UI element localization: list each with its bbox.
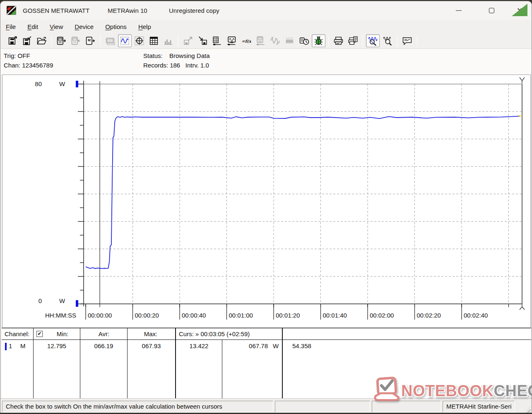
x-tick-label: 00:02:00 xyxy=(370,312,394,319)
device-read-button[interactable]: 321 xyxy=(55,34,68,47)
toolbar-separator xyxy=(100,35,101,46)
maximize-button[interactable] xyxy=(482,3,501,18)
svg-text:M: M xyxy=(88,38,91,42)
device-write-icon: 321 xyxy=(71,36,81,46)
x-tick-label: 00:00:40 xyxy=(182,312,206,319)
open-file-icon xyxy=(36,36,47,46)
title-app-name: GOSSEN METRAWATT xyxy=(23,1,89,20)
xy-chart-button[interactable] xyxy=(132,34,146,47)
monitor-config-button[interactable] xyxy=(225,34,238,47)
cell-max: 067.93 xyxy=(128,342,175,349)
power-chart[interactable] xyxy=(2,75,530,327)
import-data-button[interactable] xyxy=(196,34,209,47)
status-value: Browsing Data xyxy=(169,52,210,59)
analog-wave-icon xyxy=(270,36,280,46)
x-tick-label: 00:01:00 xyxy=(229,312,253,319)
svg-text:1257: 1257 xyxy=(107,39,113,42)
time-sync-button[interactable] xyxy=(297,34,311,47)
notebookcheck-watermark: NOTEBOOK CHECK xyxy=(371,376,532,405)
x-tick-label: 00:02:40 xyxy=(464,312,488,319)
svg-text:321: 321 xyxy=(258,38,262,40)
menu-help[interactable]: Help xyxy=(135,22,155,32)
burst-wave-icon xyxy=(284,36,295,46)
device-config-button: 321 xyxy=(254,34,267,47)
numeric-display-button: 1257 xyxy=(104,34,117,47)
y-axis-unit-top: W xyxy=(59,80,65,87)
status-message: Check the box to switch On the min/avr/m… xyxy=(2,401,273,412)
channel-marker-bottom xyxy=(76,300,78,307)
yt-chart-button[interactable] xyxy=(118,34,132,47)
zoom-mode-button[interactable] xyxy=(366,34,380,47)
hint-note-button[interactable] xyxy=(400,34,414,47)
x-tick-label: 00:00:00 xyxy=(88,312,112,319)
menu-options[interactable]: Options xyxy=(101,22,130,32)
open-file-button[interactable] xyxy=(35,34,48,47)
data-table-button[interactable] xyxy=(147,34,161,47)
col-header-max: Max: xyxy=(127,330,174,337)
toolbar: 321321M1257=f(x)321 xyxy=(0,33,532,49)
col-header-avr: Avr: xyxy=(81,330,127,337)
trace-end-marker xyxy=(519,115,521,117)
formula-fx-button[interactable]: =f(x) xyxy=(239,34,253,47)
resize-grip[interactable] xyxy=(524,407,531,413)
app-logo-icon xyxy=(6,5,17,15)
y-axis-max-label: 80 xyxy=(25,80,42,87)
data-table-icon xyxy=(149,36,159,46)
status-label: Status: xyxy=(143,52,163,59)
x-tick-label: 00:01:40 xyxy=(323,312,347,319)
debug-bug-button[interactable] xyxy=(312,34,325,47)
watermark-text-secondary: CHECK xyxy=(494,376,532,405)
x-tick-label: 00:00:20 xyxy=(135,312,159,319)
cell-min: 12.795 xyxy=(34,342,80,349)
print-button[interactable] xyxy=(332,34,345,47)
acquisition-info-panel: Trig: OFF Chan: 123456789 Status: Browsi… xyxy=(0,49,532,75)
toolbar-separator xyxy=(328,35,329,46)
svg-text:321: 321 xyxy=(73,38,77,40)
device-send-button[interactable]: M xyxy=(84,34,97,47)
menu-file[interactable]: File xyxy=(2,22,19,32)
save-file-button[interactable] xyxy=(6,34,19,47)
svg-text:=f(x): =f(x) xyxy=(242,39,251,43)
toolbar-separator xyxy=(397,35,397,46)
cell-avr: 066.19 xyxy=(80,342,127,349)
y-axis-min-label: 0 xyxy=(25,297,42,304)
title-bar[interactable]: GOSSEN METRAWATT METRAwin 10 Unregistere… xyxy=(0,1,532,20)
status-segment-empty xyxy=(275,401,370,412)
device-read-icon: 321 xyxy=(56,36,67,46)
watermark-text-primary: NOTEBOOK xyxy=(401,376,494,405)
channel-config-button[interactable] xyxy=(210,34,224,47)
device-config-icon: 321 xyxy=(255,36,266,46)
export-data-icon xyxy=(183,36,193,46)
minimize-button[interactable] xyxy=(449,3,468,18)
metrawatt-corner-triangle xyxy=(512,4,527,16)
table-divider xyxy=(33,328,34,398)
device-write-button: 321 xyxy=(69,34,83,47)
table-divider xyxy=(80,328,80,398)
minimize-icon xyxy=(456,10,462,11)
toolbar-separator xyxy=(51,35,52,46)
cell-channel-number: 1 xyxy=(9,342,12,349)
zoom-out-button[interactable] xyxy=(380,34,394,47)
col-header-channel: Channel: xyxy=(5,330,29,337)
x-tick-label: 00:02:20 xyxy=(417,312,441,319)
trigger-status: Trig: OFF xyxy=(4,52,30,59)
col-header-min: Min: xyxy=(45,330,80,337)
toolbar-separator xyxy=(178,35,178,46)
yt-chart-icon xyxy=(120,36,130,46)
save-as-button[interactable] xyxy=(20,34,34,47)
cell-cursor-b-unit: W xyxy=(273,342,279,349)
menu-device[interactable]: Device xyxy=(71,22,97,32)
formula-fx-icon: =f(x) xyxy=(241,36,251,46)
minmax-checkbox[interactable]: ✔ xyxy=(36,331,43,337)
cell-channel-mode: M xyxy=(20,342,26,349)
print-preview-button[interactable] xyxy=(346,34,360,47)
histogram-button xyxy=(161,34,175,47)
menu-view[interactable]: View xyxy=(46,22,67,32)
print-preview-icon xyxy=(348,36,358,46)
records-info: Records: 186 Intrv. 1.0 xyxy=(143,62,209,69)
numeric-display-icon: 1257 xyxy=(105,36,116,46)
menu-edit[interactable]: Edit xyxy=(24,22,42,32)
print-icon xyxy=(333,36,344,46)
chart-panel[interactable]: 80 W 0 W HH:MM:SS 00:00:0000:00:2000:00:… xyxy=(2,75,531,328)
channel-config-icon xyxy=(212,36,222,46)
